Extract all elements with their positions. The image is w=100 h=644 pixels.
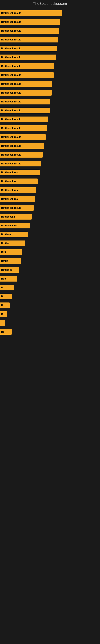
bar-label: Bottleneck r	[1, 215, 15, 218]
bottleneck-bar: Bottleneck resu	[0, 187, 36, 193]
bottleneck-bar: Bottleneck result	[0, 108, 50, 113]
bar-label: Bottleneck result	[1, 144, 21, 147]
bottleneck-bar: Bottleneck result	[0, 161, 41, 166]
bar-label: Bottleneck result	[1, 38, 21, 41]
bottleneck-bar: Bottleneck result	[0, 54, 56, 60]
bar-row: Bottleneck re	[0, 178, 100, 185]
bar-row: B	[0, 302, 100, 309]
bar-label: Bottleneck resu	[1, 171, 19, 174]
bar-row: Bottleneck result	[0, 45, 100, 52]
bar-row: Bottleneck result	[0, 98, 100, 105]
bottleneck-bar: Bottlenec	[0, 267, 19, 273]
bottleneck-bar: Bo	[0, 329, 12, 335]
bottleneck-bar: Bottleneck r	[0, 214, 32, 220]
bottleneck-bar: Bottleneck re	[0, 178, 38, 184]
bar-row: Bottleneck result	[0, 18, 100, 26]
bar-label: Bottleneck result	[1, 109, 21, 112]
bar-row: Bo	[0, 328, 100, 336]
bar-row: Bottleneck result	[0, 160, 100, 167]
bar-label: Bottleneck result	[1, 127, 21, 130]
bar-label: Bottleneck resu	[1, 224, 19, 227]
bar-label: B	[1, 313, 3, 316]
bar-row: Bottleneck result	[0, 204, 100, 212]
bottleneck-bar: Bottler	[0, 240, 25, 246]
bar-label: Bottleneck result	[1, 47, 21, 50]
bar-row: Bottleneck result	[0, 10, 100, 17]
bar-label: Bo	[1, 330, 4, 333]
bar-label: Bottleneck result	[1, 136, 21, 138]
bottleneck-bar: Bottleneck result	[0, 10, 62, 16]
bottleneck-bar: Bottleneck result	[0, 116, 49, 122]
bottleneck-bar: Bottle	[0, 258, 21, 264]
bar-label: Bottleneck re	[1, 180, 16, 183]
bar-label: Bottleneck result	[1, 206, 21, 209]
bottleneck-bar: Bottleneck result	[0, 205, 34, 211]
bar-row: Bottlene	[0, 231, 100, 238]
bar-label: Bottler	[1, 242, 9, 245]
bar-label: Bottleneck result	[1, 20, 21, 23]
bar-row: Bottleneck res	[0, 196, 100, 203]
bar-row: Bottleneck result	[0, 142, 100, 150]
bottleneck-bar: Bo	[0, 294, 12, 299]
bottleneck-bar: B	[0, 302, 10, 308]
bottleneck-bar: Bottleneck resu	[0, 223, 30, 228]
bar-label: Bo	[1, 295, 4, 298]
bar-label: Bottleneck result	[1, 82, 21, 85]
bottleneck-bar: Bottleneck result	[0, 37, 58, 42]
bar-row: Bottleneck result	[0, 116, 100, 123]
bottleneck-bar	[0, 320, 5, 326]
bottleneck-bar: Bottleneck result	[0, 46, 57, 51]
bar-label: Bottleneck result	[1, 118, 21, 121]
bottleneck-bar: Bottleneck result	[0, 28, 59, 34]
bottleneck-bar: Bottleneck result	[0, 72, 53, 78]
bar-label: Bottlenec	[1, 268, 12, 271]
bottleneck-bar: Bottleneck result	[0, 99, 50, 104]
bar-row: Bottleneck result	[0, 134, 100, 141]
bars-container: Bottleneck resultBottleneck resultBottle…	[0, 8, 100, 339]
bar-row: Bottlenec	[0, 266, 100, 274]
bar-row: B	[0, 310, 100, 318]
bar-label: Bottleneck result	[1, 65, 21, 68]
bar-row: Bottler	[0, 240, 100, 247]
bar-label: Bottleneck result	[1, 162, 21, 165]
bar-label: Bottle	[1, 260, 8, 262]
bottleneck-bar: Bottleneck resu	[0, 170, 40, 175]
bottleneck-bar: Bottleneck result	[0, 126, 47, 131]
bar-label: Bottleneck result	[1, 12, 21, 14]
bottleneck-bar: Bottleneck result	[0, 152, 43, 158]
bar-label: B	[1, 286, 3, 289]
bar-row: Bottleneck resu	[0, 222, 100, 229]
bottleneck-bar: Bott	[0, 249, 22, 255]
bar-row: Bottleneck result	[0, 72, 100, 79]
bar-row: Bottleneck result	[0, 36, 100, 43]
bottleneck-bar: Bottleneck res	[0, 196, 35, 202]
bottleneck-bar: Bottleneck result	[0, 90, 51, 96]
bar-row: Bottleneck result	[0, 80, 100, 88]
bar-row: Bottleneck result	[0, 54, 100, 61]
bottleneck-bar: Bottleneck result	[0, 81, 52, 87]
bottleneck-bar: Bottleneck result	[0, 143, 44, 149]
bar-row: Bottleneck result	[0, 62, 100, 70]
bar-label: Bottleneck result	[1, 74, 21, 76]
bottleneck-bar: Bottlene	[0, 232, 28, 237]
bar-row: Bott	[0, 248, 100, 256]
bar-label: Bott	[1, 277, 6, 280]
bar-row: Bottleneck resu	[0, 186, 100, 194]
bar-row: Bo	[0, 293, 100, 300]
bar-label: Bottleneck resu	[1, 189, 19, 192]
bottleneck-bar: Bott	[0, 276, 17, 282]
bar-row: Bottleneck result	[0, 124, 100, 132]
bar-label: Bott	[1, 251, 6, 254]
bar-label: Bottleneck result	[1, 56, 21, 59]
bar-label: Bottleneck res	[1, 198, 18, 200]
bottleneck-bar: Bottleneck result	[0, 19, 60, 25]
bar-row: B	[0, 284, 100, 291]
bar-row: Bottleneck result	[0, 151, 100, 158]
bar-label: Bottleneck result	[1, 153, 21, 156]
bar-label: Bottleneck result	[1, 30, 21, 32]
bottleneck-bar: B	[0, 311, 7, 317]
bar-row: Bott	[0, 275, 100, 282]
bar-row: Bottleneck result	[0, 27, 100, 34]
bar-label: Bottlene	[1, 233, 11, 236]
bottleneck-bar: Bottleneck result	[0, 64, 54, 69]
